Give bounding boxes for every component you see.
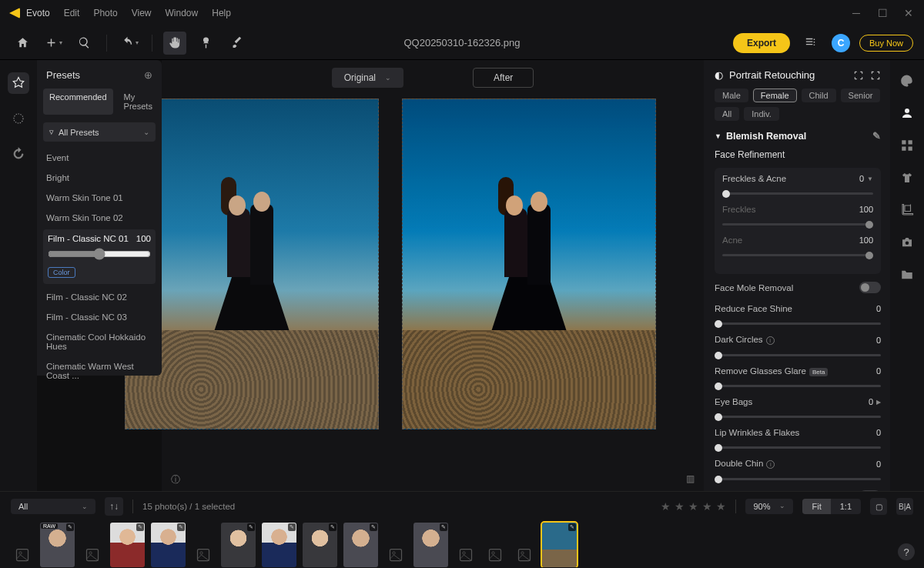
chevron-right-icon[interactable]: ▶ bbox=[876, 399, 881, 406]
star-3[interactable]: ★ bbox=[688, 500, 698, 513]
brush-icon[interactable] bbox=[225, 32, 248, 55]
tab-recommended[interactable]: Recommended bbox=[43, 89, 113, 115]
thumb-item[interactable]: ✎ bbox=[221, 523, 256, 567]
toggle-switch[interactable] bbox=[859, 282, 881, 293]
thumb-item[interactable]: ✎ bbox=[151, 523, 186, 567]
preset-item-selected[interactable]: Film - Classic NC 01 100 Color bbox=[43, 229, 156, 284]
thumb-item[interactable]: ✎ bbox=[110, 523, 145, 567]
preset-item[interactable]: Bright bbox=[43, 168, 156, 188]
image-original[interactable] bbox=[125, 99, 379, 429]
grid-icon[interactable] bbox=[899, 137, 916, 154]
preset-item[interactable]: Event bbox=[43, 148, 156, 168]
image-after[interactable] bbox=[402, 99, 656, 429]
thumb-placeholder[interactable] bbox=[384, 543, 407, 567]
filmstrip-filter-dropdown[interactable]: All⌄ bbox=[11, 499, 95, 514]
preset-item[interactable]: Film - Classic NC 03 bbox=[43, 307, 156, 327]
slider-input[interactable] bbox=[715, 478, 881, 480]
slider-input[interactable] bbox=[715, 385, 881, 387]
menu-view[interactable]: View bbox=[132, 8, 152, 18]
onetoone-button[interactable]: 1:1 bbox=[831, 499, 861, 514]
presets-tab-icon[interactable] bbox=[8, 72, 29, 94]
sort-icon[interactable]: ↑↓ bbox=[105, 497, 123, 516]
batch-icon[interactable] bbox=[799, 32, 822, 55]
slider-input[interactable] bbox=[715, 354, 881, 356]
clothes-icon[interactable] bbox=[899, 169, 916, 186]
undo-icon[interactable]: ▾ bbox=[118, 32, 141, 55]
close-icon[interactable]: ✕ bbox=[902, 7, 915, 19]
star-5[interactable]: ★ bbox=[716, 500, 726, 513]
thumb-placeholder[interactable] bbox=[484, 543, 507, 567]
export-button[interactable]: Export bbox=[733, 33, 790, 53]
layout-icon[interactable]: ▥ bbox=[686, 473, 695, 486]
gender-child[interactable]: Child bbox=[802, 89, 836, 102]
gender-female[interactable]: Female bbox=[753, 89, 797, 102]
history-tab-icon[interactable] bbox=[8, 143, 29, 165]
gender-senior[interactable]: Senior bbox=[841, 89, 881, 102]
presets-category-dropdown[interactable]: ▿All Presets ⌄ bbox=[43, 122, 156, 142]
thumb-placeholder[interactable] bbox=[192, 543, 215, 567]
star-2[interactable]: ★ bbox=[675, 500, 685, 513]
toggle-switch[interactable] bbox=[859, 490, 881, 491]
menu-photo[interactable]: Photo bbox=[93, 8, 117, 18]
zoom-dropdown[interactable]: 90%⌄ bbox=[745, 499, 793, 514]
preset-item[interactable]: Cinematic Warm West Coast ... bbox=[43, 356, 156, 386]
slider-input[interactable] bbox=[715, 446, 881, 449]
thumb-item-selected[interactable]: ✎ bbox=[542, 523, 577, 567]
add-preset-icon[interactable]: ⊕ bbox=[144, 69, 152, 81]
single-view-icon[interactable]: ▢ bbox=[870, 498, 887, 515]
slider-input[interactable] bbox=[722, 254, 873, 256]
color-palette-icon[interactable] bbox=[899, 72, 916, 89]
portrait-retouch-icon[interactable] bbox=[899, 105, 916, 122]
slider-input[interactable] bbox=[722, 192, 873, 195]
star-1[interactable]: ★ bbox=[661, 500, 671, 513]
section-blemish-removal[interactable]: ▼ Blemish Removal ✎ bbox=[715, 130, 881, 142]
search-icon[interactable] bbox=[72, 32, 95, 55]
thumb-placeholder[interactable] bbox=[454, 543, 477, 567]
crop-icon[interactable] bbox=[899, 202, 916, 219]
minimize-icon[interactable]: ─ bbox=[850, 7, 862, 19]
preset-item[interactable]: Warm Skin Tone 02 bbox=[43, 208, 156, 228]
tab-my-presets[interactable]: My Presets bbox=[118, 89, 159, 115]
preset-item[interactable]: Warm Skin Tone 01 bbox=[43, 188, 156, 208]
chevron-down-icon[interactable]: ▼ bbox=[867, 175, 873, 182]
tree-icon[interactable] bbox=[194, 32, 217, 55]
thumb-item[interactable]: ✎ bbox=[343, 523, 378, 567]
thumb-placeholder[interactable] bbox=[81, 543, 104, 567]
info-icon[interactable]: i bbox=[766, 336, 775, 345]
add-icon[interactable]: ▾ bbox=[42, 32, 65, 55]
expand-icon[interactable] bbox=[870, 70, 881, 81]
preset-item[interactable]: Film - Classic NC 02 bbox=[43, 287, 156, 307]
camera-icon[interactable] bbox=[899, 234, 916, 251]
gender-all[interactable]: All bbox=[715, 107, 739, 121]
folder-icon[interactable] bbox=[899, 266, 916, 283]
thumb-item[interactable]: ✎ bbox=[262, 523, 296, 567]
home-icon[interactable] bbox=[11, 32, 34, 55]
thumb-placeholder[interactable] bbox=[513, 543, 536, 567]
fit-button[interactable]: Fit bbox=[802, 499, 830, 514]
user-avatar[interactable]: C bbox=[832, 34, 850, 52]
hand-tool-icon[interactable] bbox=[163, 32, 186, 55]
preset-intensity-slider[interactable] bbox=[48, 248, 151, 260]
slider-input[interactable] bbox=[722, 223, 873, 226]
star-4[interactable]: ★ bbox=[702, 500, 712, 513]
scan-face-icon[interactable] bbox=[853, 70, 864, 81]
menu-help[interactable]: Help bbox=[212, 8, 231, 18]
gender-indiv[interactable]: Indiv. bbox=[744, 107, 778, 121]
maximize-icon[interactable]: ☐ bbox=[876, 7, 889, 19]
menu-window[interactable]: Window bbox=[166, 8, 199, 18]
preset-item[interactable]: Cinematic Cool Hokkaido Hues bbox=[43, 327, 156, 356]
thumb-item[interactable]: ✎ bbox=[303, 523, 337, 567]
help-icon[interactable]: ? bbox=[898, 543, 915, 560]
buy-now-button[interactable]: Buy Now bbox=[859, 35, 913, 52]
slider-input[interactable] bbox=[715, 416, 881, 418]
adjustments-tab-icon[interactable] bbox=[8, 108, 29, 129]
view-original-dropdown[interactable]: Original⌄ bbox=[332, 68, 403, 88]
before-after-icon[interactable]: B|A bbox=[896, 498, 913, 515]
edit-section-icon[interactable]: ✎ bbox=[872, 130, 881, 142]
info-icon[interactable]: i bbox=[766, 460, 775, 469]
slider-input[interactable] bbox=[715, 322, 881, 325]
thumb-item[interactable]: ✎ bbox=[413, 523, 448, 567]
gender-male[interactable]: Male bbox=[715, 89, 748, 102]
thumb-item[interactable]: RAW✎ bbox=[40, 523, 75, 567]
thumb-placeholder[interactable] bbox=[11, 543, 34, 567]
